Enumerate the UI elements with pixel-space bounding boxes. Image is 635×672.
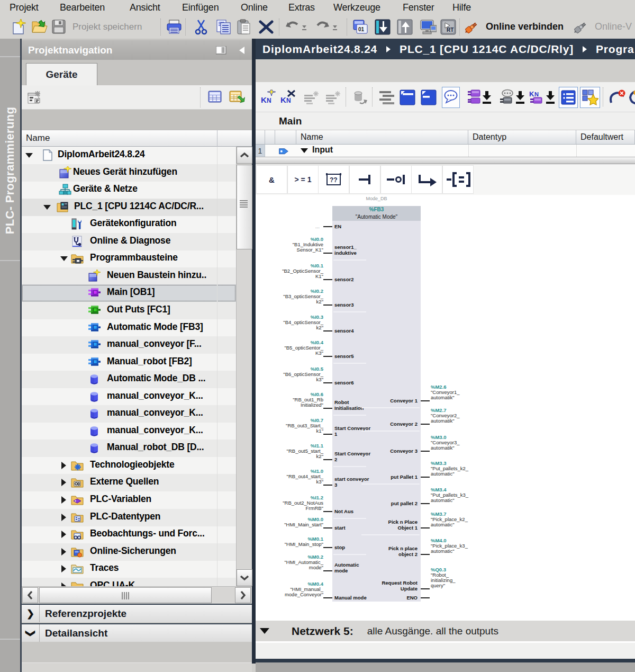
svg-text:01: 01: [358, 26, 365, 32]
svg-text:N: N: [286, 97, 291, 104]
svg-text:K: K: [261, 95, 267, 104]
svg-text:K: K: [280, 95, 286, 104]
svg-text:??: ??: [330, 176, 338, 184]
svg-text:N: N: [534, 91, 539, 97]
svg-text:K: K: [529, 90, 534, 98]
svg-text:RT: RT: [447, 27, 453, 33]
svg-text:N: N: [267, 97, 271, 104]
